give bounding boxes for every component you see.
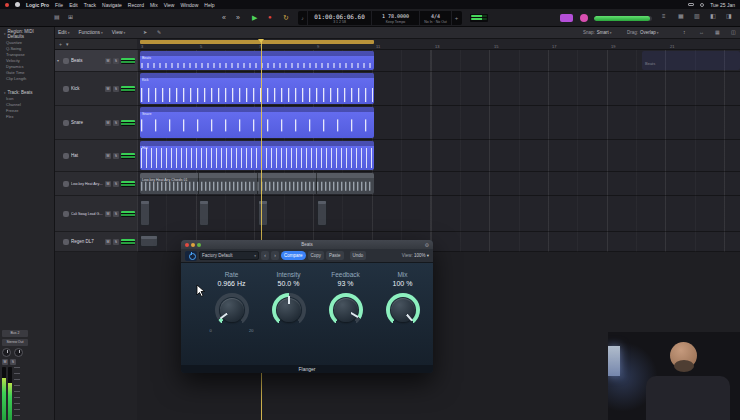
mute-button[interactable]: M <box>105 153 111 159</box>
lane-lowkey[interactable]: Low-key Heat Airy Chords 01 <box>137 172 740 196</box>
lane-beats[interactable]: Beats Beats <box>137 50 740 72</box>
track-header-snare[interactable]: Snare M S <box>55 106 137 140</box>
cycle-region[interactable] <box>140 40 374 44</box>
solo-button[interactable]: S <box>113 181 119 187</box>
output-stereo-slot[interactable]: Stereo Out <box>2 339 28 346</box>
mute-button[interactable]: M <box>105 181 111 187</box>
tracks-view-menu[interactable]: View▾ <box>112 29 126 35</box>
mute-button[interactable]: M <box>105 239 111 245</box>
solo-button[interactable]: S <box>113 120 119 126</box>
apple-menu-icon[interactable] <box>15 2 20 7</box>
zoom-presets-icon[interactable]: ◫ <box>731 29 736 35</box>
track-header-hat[interactable]: Hat M S <box>55 140 137 172</box>
track-sort-icon[interactable]: ▾ <box>66 41 69 47</box>
lcd-signature[interactable]: 4/4 No In · No Out <box>420 11 452 25</box>
waveform-zoom-icon[interactable]: ▦ <box>715 29 720 35</box>
menu-file[interactable]: File <box>55 2 63 8</box>
region-kick[interactable]: Kick <box>140 73 374 104</box>
forward-button[interactable]: » <box>236 12 240 23</box>
solo-button[interactable]: S <box>113 58 119 64</box>
rate-knob[interactable] <box>215 293 249 327</box>
mute-button[interactable]: M <box>105 58 111 64</box>
tracks-functions-menu[interactable]: Functions▾ <box>78 29 102 35</box>
metronome-button[interactable] <box>580 14 588 22</box>
lane-snare[interactable]: Snare <box>137 106 740 140</box>
mix-knob[interactable] <box>386 293 420 327</box>
lane-hat[interactable]: Hat <box>137 140 740 172</box>
audio-clip[interactable] <box>258 200 268 226</box>
solo-button[interactable]: S <box>113 211 119 217</box>
strip-solo-button[interactable]: S <box>10 359 16 365</box>
menu-view[interactable]: View <box>164 2 175 8</box>
compare-button[interactable]: Compare <box>281 251 306 260</box>
plugin-titlebar[interactable]: Beats ⚙ <box>181 240 433 249</box>
preset-dropdown[interactable]: Factory Default▾ <box>199 251 259 260</box>
pan-knob[interactable] <box>2 348 11 357</box>
add-track-button[interactable]: + <box>59 41 62 47</box>
pencil-tool-icon[interactable]: ✎ <box>157 29 161 35</box>
snap-menu[interactable]: Snap:Smart▾ <box>583 30 612 35</box>
track-header-lowkey[interactable]: Low-key Heat Airy Chords 01 M S <box>55 172 137 196</box>
bar-ruler[interactable]: 3 5 7 9 11 13 15 17 19 21 <box>137 39 740 50</box>
view-menu[interactable]: View: 100% ▾ <box>402 253 429 258</box>
editors-icon[interactable]: ▥ <box>694 12 700 21</box>
track-lanes[interactable]: Beats Beats Kick Snare Hat Low <box>137 50 740 252</box>
gain-knob[interactable] <box>14 348 23 357</box>
menu-help[interactable]: Help <box>204 2 214 8</box>
region-beats-far[interactable]: Beats <box>642 51 740 70</box>
menu-edit[interactable]: Edit <box>69 2 78 8</box>
horizontal-zoom-icon[interactable]: ↔ <box>699 29 704 35</box>
plugin-power-button[interactable] <box>185 251 197 261</box>
mute-button[interactable]: M <box>105 211 111 217</box>
mixer-icon[interactable]: ▦ <box>678 12 684 21</box>
audio-clip[interactable] <box>140 200 150 226</box>
track-param[interactable]: Flex <box>0 114 54 120</box>
plugin-settings-gear-icon[interactable]: ⚙ <box>425 242 429 248</box>
browser-icon[interactable]: ◨ <box>726 12 732 21</box>
menu-track[interactable]: Track <box>84 2 96 8</box>
record-button[interactable]: ● <box>268 12 272 23</box>
toggle-inspector-icon[interactable]: ⊞ <box>68 13 73 22</box>
paste-button[interactable]: Paste <box>326 251 344 260</box>
strip-mute-button[interactable]: M <box>2 359 8 365</box>
tracks-edit-menu[interactable]: Edit▾ <box>58 29 69 35</box>
menu-mix[interactable]: Mix <box>150 2 158 8</box>
track-header-beats[interactable]: ▾ Beats M S <box>55 50 137 72</box>
track-inspector-header[interactable]: ▾Track: Beats <box>0 88 54 96</box>
region-beats-summary[interactable]: Beats <box>140 51 374 70</box>
audio-clip[interactable] <box>317 200 327 226</box>
lcd-mode-icon[interactable]: ♪ <box>298 11 308 25</box>
menu-record[interactable]: Record <box>128 2 144 8</box>
menu-navigate[interactable]: Navigate <box>102 2 122 8</box>
undo-button[interactable]: Undo <box>350 251 367 260</box>
audio-clip[interactable] <box>199 200 209 226</box>
lcd-tempo[interactable]: 1 78.0000 Keep Tempo <box>372 11 420 25</box>
lcd-display[interactable]: ♪ 01:00:06:06.60 3 1 2 58 1 78.0000 Keep… <box>298 11 462 25</box>
solo-button[interactable]: S <box>113 153 119 159</box>
track-header-regen[interactable]: Regen DL7 M S <box>55 232 137 252</box>
region-hat[interactable]: Hat <box>140 141 374 170</box>
lane-kick[interactable]: Kick <box>137 72 740 106</box>
menu-window[interactable]: Window <box>180 2 198 8</box>
vertical-zoom-icon[interactable]: ↕ <box>683 29 686 35</box>
rewind-button[interactable]: « <box>222 12 226 23</box>
disclosure-triangle-icon[interactable]: ▾ <box>57 58 61 63</box>
previous-preset-button[interactable]: ‹ <box>261 251 269 260</box>
mute-button[interactable]: M <box>105 86 111 92</box>
tuner-button[interactable] <box>560 14 573 22</box>
solo-button[interactable]: S <box>113 86 119 92</box>
next-preset-button[interactable]: › <box>271 251 279 260</box>
region-snare[interactable]: Snare <box>140 107 374 138</box>
region-inspector-header[interactable]: ▾Region: MIDI Defaults <box>0 27 54 40</box>
pointer-tool-icon[interactable]: ➤ <box>143 29 147 35</box>
solo-button[interactable]: S <box>113 239 119 245</box>
lcd-time[interactable]: 01:00:06:06.60 3 1 2 58 <box>308 11 372 25</box>
flanger-plugin-window[interactable]: Beats ⚙ Factory Default▾ ‹ › Compare Cop… <box>181 240 433 373</box>
loops-browser-icon[interactable]: ◧ <box>710 12 716 21</box>
master-volume-slider[interactable] <box>594 16 652 21</box>
audio-clip[interactable] <box>140 235 158 247</box>
play-button[interactable]: ▶ <box>252 12 257 23</box>
output-bus-slot[interactable]: Bus 2 <box>2 330 28 337</box>
toggle-library-icon[interactable]: ▤ <box>54 13 60 22</box>
region-param[interactable]: Clip Length <box>0 76 54 82</box>
